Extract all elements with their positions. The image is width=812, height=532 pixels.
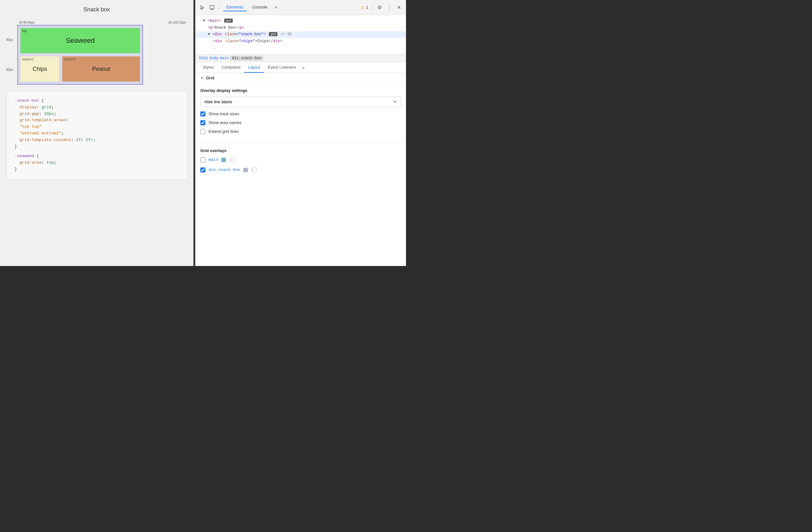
show-track-sizes-checkbox[interactable] bbox=[200, 111, 205, 116]
area-label-top: top bbox=[22, 29, 27, 33]
browser-content-panel: Snack box 1fr·96.66px 2fr·193.32px 80px … bbox=[0, 0, 193, 266]
checkbox-row-track-sizes: Show track sizes bbox=[200, 111, 401, 116]
row2-label: 80px bbox=[6, 68, 16, 71]
breadcrumb-bar: html body main div.snack-box bbox=[195, 54, 406, 62]
checkbox-row-area-names: Show area names bbox=[200, 120, 401, 125]
tab-event-listeners[interactable]: Event Listeners bbox=[264, 62, 300, 73]
sub-tab-more-icon[interactable]: » bbox=[300, 62, 307, 72]
tree-line-p[interactable]: <p>Snack box</p> bbox=[195, 25, 406, 31]
devtools-toolbar: Elements Console » ⚠ 1 ⚙ ⋮ ✕ bbox=[195, 0, 406, 15]
collapse-triangle-icon: ▼ bbox=[200, 76, 203, 80]
dropdown-row: Hide line labels Show line numbers Show … bbox=[200, 97, 401, 107]
area-label-bottom1: bottom1 bbox=[22, 58, 34, 61]
overlay-snack-box-checkbox[interactable] bbox=[200, 167, 205, 172]
row1-label: 80px bbox=[6, 38, 16, 42]
close-icon[interactable]: ✕ bbox=[396, 3, 402, 12]
overlay-main-target-icon[interactable] bbox=[229, 157, 235, 163]
overlay-settings-title: Overlay display settings bbox=[200, 88, 401, 93]
extend-grid-lines-checkbox[interactable] bbox=[200, 129, 205, 134]
code-line-3: grid-gap: 10px; bbox=[14, 111, 179, 117]
overlay-snack-box-color-swatch[interactable] bbox=[243, 168, 248, 172]
peanut-text: Peanut bbox=[92, 66, 110, 72]
breadcrumb-main[interactable]: main bbox=[220, 56, 229, 60]
sub-tabs: Styles Computed Layout Event Listeners » bbox=[195, 62, 406, 73]
grid-badge-main: grid bbox=[224, 18, 233, 23]
grid-viz-row: 80px 80px top Seaweed bottom1 Chips bott… bbox=[6, 25, 187, 85]
svg-rect-1 bbox=[211, 10, 213, 10]
chips-text: Chips bbox=[33, 66, 47, 72]
tab-console[interactable]: Console bbox=[249, 3, 271, 11]
code-line-12: } bbox=[14, 166, 179, 173]
code-line-4: grid-template-areas: bbox=[14, 117, 179, 124]
toolbar-divider-1 bbox=[219, 4, 219, 11]
code-line-7: grid-template-columns: 1fr 2fr; bbox=[14, 137, 179, 143]
col1-label: 1fr·96.66px bbox=[19, 21, 74, 24]
code-line-6: "bottom1 bottom2"; bbox=[14, 130, 179, 137]
code-block: .snack-box { display: grid; grid-gap: 10… bbox=[6, 91, 187, 179]
html-tree: ▼ <main> grid <p>Snack box</p> ▼ <div cl… bbox=[195, 15, 406, 54]
checkbox-row-extend-lines: Extend grid lines bbox=[200, 129, 401, 134]
overlay-main-color-swatch[interactable] bbox=[221, 158, 226, 162]
grid-section-header[interactable]: ▼ Grid bbox=[195, 73, 406, 83]
seaweed-text: Seaweed bbox=[66, 37, 95, 45]
grid-visualization: 1fr·96.66px 2fr·193.32px 80px 80px top S… bbox=[6, 21, 187, 85]
code-line-1: .snack-box { bbox=[14, 98, 179, 104]
area-label-bottom2: bottom2 bbox=[64, 58, 75, 61]
warning-icon: ⚠ bbox=[361, 5, 365, 10]
code-line-2: display: grid; bbox=[14, 104, 179, 111]
breadcrumb-html[interactable]: html bbox=[199, 56, 208, 60]
tree-line-chips[interactable]: <div class="chips">Chips</div> bbox=[195, 38, 406, 45]
cell-seaweed: top Seaweed bbox=[20, 28, 140, 53]
overlay-snack-box-target-icon[interactable] bbox=[251, 167, 257, 173]
overlay-settings-section: Overlay display settings Hide line label… bbox=[195, 83, 406, 143]
toolbar-warning: ⚠ 1 bbox=[361, 5, 368, 10]
tree-line-div-snack-box[interactable]: ▼ <div class="snack-box"> grid == $0 bbox=[195, 31, 406, 38]
grid-overlays-title: Grid overlays bbox=[200, 148, 401, 153]
overlay-main-label: main bbox=[208, 157, 218, 162]
breadcrumb-div-snack-box[interactable]: div.snack-box bbox=[230, 56, 263, 61]
grid-outer: top Seaweed bottom1 Chips bottom2 Peanut bbox=[17, 25, 143, 85]
code-line-5: "top top" bbox=[14, 124, 179, 130]
show-track-sizes-label: Show track sizes bbox=[208, 111, 239, 116]
code-line-8: } bbox=[14, 143, 179, 150]
layout-content[interactable]: ▼ Grid Overlay display settings Hide lin… bbox=[195, 73, 406, 266]
tab-computed[interactable]: Computed bbox=[218, 62, 244, 73]
gear-icon[interactable]: ⚙ bbox=[376, 3, 383, 12]
devtools-panel: Elements Console » ⚠ 1 ⚙ ⋮ ✕ ▼ <main> gr… bbox=[195, 0, 406, 266]
tree-line-main[interactable]: ▼ <main> grid bbox=[195, 18, 406, 25]
svg-rect-0 bbox=[210, 6, 214, 9]
line-labels-dropdown[interactable]: Hide line labels Show line numbers Show … bbox=[200, 97, 401, 107]
grid-badge-snack-box: grid bbox=[269, 32, 277, 36]
code-line-10: .seaweed { bbox=[14, 153, 179, 159]
grid-overlays-section: Grid overlays main div.snack-box bbox=[195, 143, 406, 182]
page-title: Snack box bbox=[83, 6, 110, 13]
column-labels: 1fr·96.66px 2fr·193.32px bbox=[19, 21, 187, 24]
toolbar-divider-2 bbox=[372, 4, 372, 11]
overlay-main-checkbox[interactable] bbox=[200, 157, 205, 163]
tab-layout[interactable]: Layout bbox=[244, 62, 264, 73]
col2-label: 2fr·193.32px bbox=[74, 21, 187, 24]
tree-line-ellipsis: … bbox=[195, 45, 406, 52]
tab-elements[interactable]: Elements bbox=[223, 3, 247, 11]
more-options-icon[interactable]: ⋮ bbox=[386, 3, 393, 12]
grid-section-title: Grid bbox=[206, 75, 215, 80]
cell-chips: bottom1 Chips bbox=[20, 56, 59, 82]
show-area-names-label: Show area names bbox=[208, 120, 242, 125]
overlay-row-snack-box: div.snack-box bbox=[200, 167, 401, 173]
tab-more[interactable]: » bbox=[273, 3, 279, 11]
extend-grid-lines-label: Extend grid lines bbox=[208, 129, 239, 134]
overlay-snack-box-label: div.snack-box bbox=[208, 167, 240, 172]
row-labels: 80px 80px bbox=[6, 25, 17, 85]
breadcrumb-body[interactable]: body bbox=[209, 56, 219, 60]
cell-peanut: bottom2 Peanut bbox=[62, 56, 140, 82]
inspect-icon[interactable] bbox=[199, 4, 206, 11]
warning-count: 1 bbox=[366, 5, 368, 10]
overlay-row-main: main bbox=[200, 157, 401, 163]
device-icon[interactable] bbox=[208, 4, 215, 11]
code-line-11: grid-area: top; bbox=[14, 159, 179, 166]
tab-styles[interactable]: Styles bbox=[199, 62, 218, 73]
show-area-names-checkbox[interactable] bbox=[200, 120, 205, 125]
